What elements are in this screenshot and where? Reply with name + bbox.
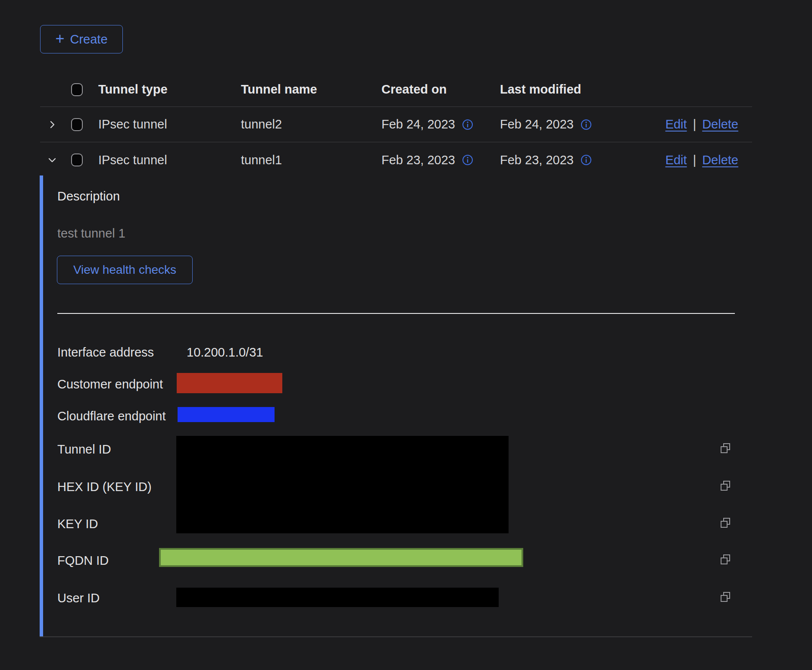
row-actions: Edit | Delete bbox=[665, 117, 752, 131]
delete-link[interactable]: Delete bbox=[702, 117, 738, 131]
edit-link[interactable]: Edit bbox=[665, 153, 687, 167]
header-tunnel-type: Tunnel type bbox=[98, 82, 241, 97]
tunnels-table: Tunnel type Tunnel name Created on Last … bbox=[40, 72, 752, 178]
created-on-value: Feb 24, 2023 bbox=[381, 117, 455, 131]
created-on-info-button[interactable] bbox=[462, 154, 473, 166]
delete-link[interactable]: Delete bbox=[702, 153, 738, 167]
copy-fqdn-id-button[interactable] bbox=[719, 554, 731, 566]
info-icon bbox=[462, 154, 473, 166]
table-row: IPsec tunnel tunnel1 Feb 23, 2023 Feb 23… bbox=[40, 142, 752, 178]
section-divider bbox=[57, 313, 735, 314]
header-created-on: Created on bbox=[381, 82, 500, 97]
created-on-info-button[interactable] bbox=[462, 119, 473, 130]
row-checkbox[interactable] bbox=[71, 153, 83, 166]
tunnels-page: + Create Tunnel type Tunnel name Created… bbox=[0, 0, 812, 670]
create-button[interactable]: + Create bbox=[40, 25, 123, 53]
actions-separator: | bbox=[693, 117, 696, 131]
copy-icon bbox=[719, 480, 731, 492]
redaction-ids bbox=[176, 436, 509, 533]
last-modified-cell: Feb 23, 2023 bbox=[500, 153, 632, 167]
expanded-accent-bar bbox=[40, 175, 43, 636]
copy-tunnel-id-button[interactable] bbox=[719, 442, 731, 454]
copy-icon bbox=[719, 554, 731, 566]
detail-label-hex-id: HEX ID (KEY ID) bbox=[57, 480, 152, 494]
detail-label-key-id: KEY ID bbox=[57, 517, 98, 531]
last-modified-info-button[interactable] bbox=[581, 154, 592, 166]
tunnel-name-cell: tunnel2 bbox=[241, 117, 381, 131]
table-row: IPsec tunnel tunnel2 Feb 24, 2023 Feb 24… bbox=[40, 107, 752, 142]
detail-label-fqdn-id: FQDN ID bbox=[57, 554, 109, 568]
last-modified-cell: Feb 24, 2023 bbox=[500, 117, 632, 131]
detail-label-cloudflare-endpoint: Cloudflare endpoint bbox=[57, 409, 166, 423]
collapse-row-button[interactable] bbox=[40, 155, 64, 165]
detail-label-customer-endpoint: Customer endpoint bbox=[57, 377, 163, 391]
header-last-modified: Last modified bbox=[500, 82, 632, 97]
description-text: test tunnel 1 bbox=[57, 226, 125, 241]
created-on-cell: Feb 24, 2023 bbox=[381, 117, 500, 131]
plus-icon: + bbox=[55, 31, 64, 47]
row-checkbox[interactable] bbox=[71, 118, 83, 131]
chevron-down-icon bbox=[47, 155, 57, 165]
last-modified-value: Feb 24, 2023 bbox=[500, 117, 574, 131]
last-modified-info-button[interactable] bbox=[581, 119, 592, 130]
header-tunnel-name: Tunnel name bbox=[241, 82, 381, 97]
tunnel-details-panel: Description test tunnel 1 View health ch… bbox=[40, 175, 752, 637]
detail-label-user-id: User ID bbox=[57, 591, 100, 605]
tunnel-type-cell: IPsec tunnel bbox=[98, 117, 241, 131]
edit-link[interactable]: Edit bbox=[665, 117, 687, 131]
copy-hex-id-button[interactable] bbox=[719, 480, 731, 492]
copy-icon bbox=[719, 591, 731, 603]
copy-user-id-button[interactable] bbox=[719, 591, 731, 603]
info-icon bbox=[581, 119, 592, 130]
expand-row-button[interactable] bbox=[40, 119, 64, 130]
create-button-label: Create bbox=[70, 32, 107, 47]
info-icon bbox=[581, 154, 592, 166]
detail-label-interface-address: Interface address bbox=[57, 345, 154, 360]
created-on-cell: Feb 23, 2023 bbox=[381, 153, 500, 167]
view-health-checks-button[interactable]: View health checks bbox=[57, 256, 193, 284]
row-actions: Edit | Delete bbox=[665, 153, 752, 167]
redaction-fqdn-id bbox=[159, 548, 523, 567]
copy-icon bbox=[719, 517, 731, 529]
detail-label-tunnel-id: Tunnel ID bbox=[57, 442, 111, 457]
table-header-row: Tunnel type Tunnel name Created on Last … bbox=[40, 72, 752, 107]
copy-icon bbox=[719, 442, 731, 454]
chevron-right-icon bbox=[47, 119, 57, 130]
copy-key-id-button[interactable] bbox=[719, 517, 731, 529]
tunnel-name-cell: tunnel1 bbox=[241, 153, 381, 167]
redaction-cloudflare-endpoint bbox=[178, 407, 275, 422]
info-icon bbox=[462, 119, 473, 130]
tunnel-type-cell: IPsec tunnel bbox=[98, 153, 241, 167]
select-all-checkbox[interactable] bbox=[71, 83, 83, 96]
description-label: Description bbox=[57, 189, 120, 204]
interface-address-value: 10.200.1.0/31 bbox=[187, 345, 263, 360]
redaction-user-id bbox=[176, 588, 499, 607]
actions-separator: | bbox=[693, 153, 696, 167]
created-on-value: Feb 23, 2023 bbox=[381, 153, 455, 167]
redaction-customer-endpoint bbox=[177, 373, 282, 393]
last-modified-value: Feb 23, 2023 bbox=[500, 153, 574, 167]
